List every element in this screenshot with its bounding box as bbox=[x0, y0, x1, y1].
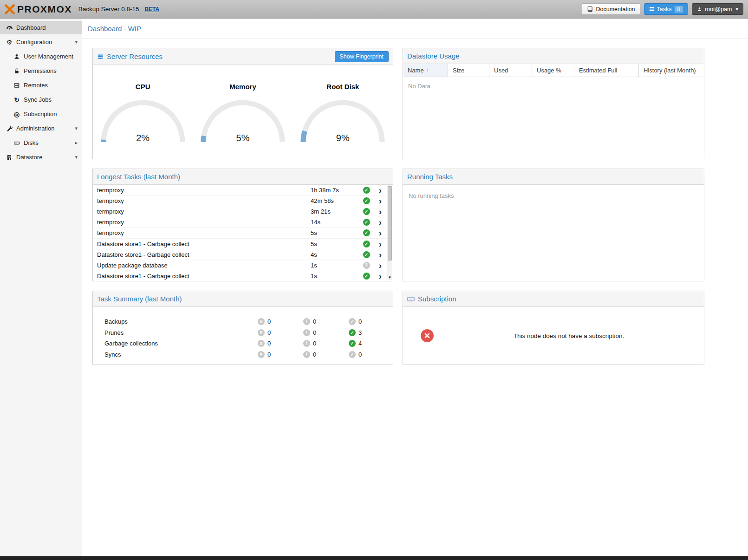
panel-title: Datastore Usage bbox=[407, 52, 460, 60]
task-name: termproxy bbox=[97, 229, 311, 236]
sidebar-item-subscription[interactable]: ◎ Subscription bbox=[0, 107, 82, 121]
summary-label: Backups bbox=[104, 318, 258, 325]
user-menu-button[interactable]: root@pam bbox=[692, 3, 743, 15]
task-row[interactable]: Datastore store1 - Garbage collect 4s bbox=[93, 249, 387, 260]
support-icon: ◎ bbox=[13, 111, 20, 118]
summary-row: Prunes 0 0 3 bbox=[104, 327, 393, 339]
gears-icon: ⚙ bbox=[6, 39, 13, 46]
task-duration: 3m 21s bbox=[311, 208, 359, 215]
ticket-icon bbox=[407, 296, 415, 302]
sidebar-item-permissions[interactable]: Permissions bbox=[0, 64, 82, 78]
chevron-right-icon[interactable] bbox=[379, 218, 382, 227]
column-header-used[interactable]: Used bbox=[489, 64, 532, 77]
tasks-label: Tasks bbox=[657, 6, 672, 13]
task-row[interactable]: termproxy 5s bbox=[93, 228, 387, 239]
resources-icon bbox=[97, 53, 104, 60]
task-row[interactable]: Datastore store1 - Garbage collect 5s bbox=[93, 239, 387, 249]
bottom-bar bbox=[0, 556, 748, 560]
list-icon bbox=[649, 7, 654, 12]
scrollbar[interactable] bbox=[387, 185, 392, 280]
sidebar-item-label: Dashboard bbox=[16, 24, 46, 31]
chevron-right-icon[interactable] bbox=[379, 272, 382, 280]
user-label: root@pam bbox=[705, 6, 732, 13]
chevron-right-icon[interactable] bbox=[75, 140, 78, 146]
sort-asc-icon bbox=[424, 67, 429, 74]
status-ok-icon bbox=[363, 229, 370, 236]
running-tasks-panel: Running Tasks No running tasks bbox=[403, 169, 704, 281]
ok-icon bbox=[349, 318, 356, 325]
chevron-right-icon[interactable] bbox=[379, 250, 382, 259]
sidebar-item-user-management[interactable]: User Management bbox=[0, 50, 82, 63]
chevron-right-icon[interactable] bbox=[379, 207, 382, 216]
scrollbar-thumb[interactable] bbox=[388, 186, 392, 260]
task-duration: 14s bbox=[311, 219, 359, 226]
status-ok-icon bbox=[363, 187, 370, 194]
column-header-history[interactable]: History (last Month) bbox=[639, 64, 704, 77]
sidebar-item-label: Disks bbox=[24, 139, 39, 146]
chevron-right-icon[interactable] bbox=[379, 228, 382, 237]
no-subscription-icon bbox=[421, 329, 434, 342]
column-header-estimated-full[interactable]: Estimated Full bbox=[574, 64, 639, 77]
unlock-icon bbox=[13, 67, 20, 75]
longest-tasks-list: termproxy 1h 38m 7s termproxy 42m 58s bbox=[93, 185, 393, 281]
panel-title: Running Tasks bbox=[407, 173, 453, 181]
gauge-label: Root Disk bbox=[293, 83, 393, 91]
task-duration: 42m 58s bbox=[311, 197, 359, 204]
sidebar-item-label: User Management bbox=[24, 53, 73, 60]
tasks-count-badge: 0 bbox=[675, 6, 683, 13]
sidebar-item-dashboard[interactable]: Dashboard bbox=[0, 21, 82, 34]
chevron-down-icon[interactable] bbox=[75, 39, 78, 45]
chevron-right-icon[interactable] bbox=[379, 196, 382, 205]
root-disk-gauge: Root Disk 9% bbox=[293, 83, 393, 143]
longest-tasks-panel: Longest Tasks (last Month) termproxy 1h … bbox=[92, 169, 393, 281]
error-icon bbox=[258, 318, 265, 325]
topbar: PROXMOX Backup Server 0.8-15 BETA Docume… bbox=[0, 0, 748, 19]
sidebar-item-disks[interactable]: Disks bbox=[0, 136, 82, 150]
user-icon bbox=[697, 7, 702, 12]
sidebar-item-label: Subscription bbox=[24, 111, 57, 117]
sidebar-item-administration[interactable]: Administration bbox=[0, 122, 82, 135]
task-name: termproxy bbox=[97, 208, 311, 215]
subscription-panel: Subscription This node does not have a s… bbox=[403, 291, 704, 365]
cpu-gauge: CPU 2% bbox=[93, 83, 193, 143]
gauge-label: CPU bbox=[93, 83, 193, 91]
gauge-value: 9% bbox=[299, 133, 387, 143]
empty-state-text: No Data bbox=[403, 77, 704, 95]
task-name: Datastore store1 - Garbage collect bbox=[97, 241, 311, 247]
sidebar-item-label: Permissions bbox=[24, 67, 57, 74]
sidebar-item-datastore[interactable]: Datastore bbox=[0, 150, 82, 164]
task-name: Datastore store1 - Garbage collect bbox=[97, 273, 311, 280]
task-row[interactable]: termproxy 42m 58s bbox=[93, 195, 387, 206]
column-header-name[interactable]: Name bbox=[403, 64, 448, 77]
task-row[interactable]: termproxy 14s bbox=[93, 217, 387, 228]
task-row[interactable]: termproxy 1h 38m 7s bbox=[93, 185, 387, 195]
column-header-size[interactable]: Size bbox=[448, 64, 489, 77]
task-row[interactable]: Update package database 1s bbox=[93, 260, 387, 271]
ok-count: 4 bbox=[358, 340, 362, 347]
task-summary-panel: Task Summary (last Month) Backups 0 0 0 … bbox=[92, 291, 393, 365]
datastore-usage-panel: Datastore Usage Name Size Used Usage % E… bbox=[403, 48, 704, 159]
documentation-button[interactable]: Documentation bbox=[582, 3, 640, 15]
warning-count: 0 bbox=[313, 340, 316, 347]
chevron-down-icon[interactable] bbox=[75, 125, 78, 131]
column-header-usage-percent[interactable]: Usage % bbox=[532, 64, 574, 77]
task-row[interactable]: Datastore store1 - Garbage collect 1s bbox=[93, 271, 387, 282]
show-fingerprint-button[interactable]: Show Fingerprint bbox=[335, 51, 389, 62]
task-name: termproxy bbox=[97, 187, 311, 194]
chevron-down-icon[interactable] bbox=[75, 154, 78, 160]
gauge-label: Memory bbox=[193, 83, 293, 91]
chevron-right-icon[interactable] bbox=[379, 261, 382, 270]
sidebar-item-sync-jobs[interactable]: ↻ Sync Jobs bbox=[0, 93, 82, 106]
chevron-right-icon[interactable] bbox=[379, 240, 382, 248]
ok-count: 3 bbox=[358, 329, 362, 336]
sidebar-item-remotes[interactable]: Remotes bbox=[0, 78, 82, 92]
task-row[interactable]: termproxy 3m 21s bbox=[93, 206, 387, 217]
error-icon bbox=[258, 351, 265, 358]
sidebar-item-configuration[interactable]: ⚙ Configuration bbox=[0, 35, 82, 49]
tasks-button[interactable]: Tasks 0 bbox=[644, 3, 688, 15]
chevron-right-icon[interactable] bbox=[379, 186, 382, 195]
subscription-message: This node does not have a subscription. bbox=[434, 332, 704, 339]
ok-icon bbox=[349, 329, 356, 336]
beta-link[interactable]: BETA bbox=[144, 6, 159, 13]
scroll-down-arrow-icon[interactable] bbox=[387, 274, 392, 280]
